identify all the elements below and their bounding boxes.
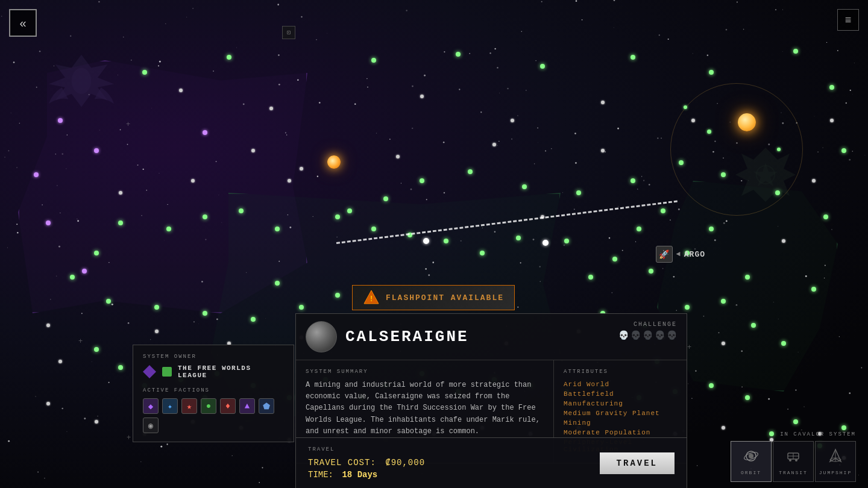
attribute-population[interactable]: Moderate Population — [564, 428, 677, 437]
jumpship-button[interactable]: JUMPSHIP — [815, 441, 856, 482]
travel-route-line — [336, 201, 678, 244]
travel-label: TRAVEL — [308, 446, 425, 452]
system-owner-label: SYSTEM OWNER — [143, 354, 284, 360]
svg-point-1 — [756, 166, 775, 184]
attribute-gravity[interactable]: Medium Gravity Planet — [564, 408, 677, 418]
challenge-section: CHALLENGE 💀 💀 💀 💀 💀 — [618, 321, 677, 340]
faction-icon-8: ◉ — [143, 418, 159, 433]
active-factions-label: ACTIVE FACTIONS — [143, 387, 284, 393]
bottom-navigation: IN CAVALOR SYSTEM ORBIT — [731, 431, 856, 482]
system-owner-panel: SYSTEM OWNER THE FREE WORLDS LEAGUE ACTI… — [133, 345, 294, 442]
svg-point-0 — [72, 68, 92, 94]
skull-1: 💀 — [618, 330, 629, 340]
transit-label: TRANSIT — [779, 470, 808, 475]
attribute-battlefield[interactable]: Battlefield — [564, 389, 677, 399]
jumpship-label: JUMPSHIP — [819, 470, 852, 475]
travel-cost: TRAVEL COST: ₡90,000 — [308, 457, 425, 468]
orbit-button[interactable]: ORBIT — [731, 441, 772, 482]
attribute-mining[interactable]: Mining — [564, 418, 677, 428]
flashpoint-icon: ! — [363, 289, 380, 306]
back-button[interactable]: « — [9, 9, 37, 37]
system-name: CALSERAIGNE — [345, 328, 469, 346]
svg-point-6 — [749, 454, 753, 458]
travel-button[interactable]: TRAVEL — [600, 452, 675, 474]
faction-icon-2: ✦ — [162, 398, 178, 414]
travel-panel: TRAVEL TRAVEL COST: ₡90,000 TIME: 18 Day… — [295, 437, 687, 488]
faction-icon-5: ♦ — [220, 398, 236, 414]
attributes-label: ATTRIBUTES — [564, 369, 677, 375]
travel-info: TRAVEL TRAVEL COST: ₡90,000 TIME: 18 Day… — [308, 446, 425, 480]
waypoint-2 — [542, 240, 549, 246]
star-range-circle — [670, 83, 803, 216]
planet-icon — [306, 321, 337, 352]
faction-icon-7: ⬟ — [259, 398, 274, 414]
owner-row: THE FREE WORLDS LEAGUE — [143, 364, 284, 379]
system-header: CALSERAIGNE CHALLENGE 💀 💀 💀 💀 💀 — [296, 314, 687, 360]
transit-icon — [785, 448, 801, 468]
flashpoint-banner[interactable]: ! FLASHPOINT AVAILABLE — [352, 285, 515, 310]
summary-label: SYSTEM SUMMARY — [306, 369, 544, 375]
jumpship-icon — [828, 448, 843, 468]
faction-icon-3: ★ — [181, 398, 197, 414]
nav-buttons: ORBIT TRANSIT JU — [731, 441, 856, 482]
challenge-label: CHALLENGE — [618, 321, 677, 328]
faction-badge-purple — [143, 365, 156, 378]
travel-cost-value: ₡90,000 — [385, 458, 425, 468]
skull-4: 💀 — [655, 330, 665, 340]
skull-5: 💀 — [667, 330, 677, 340]
faction-icon-4: ● — [201, 398, 216, 414]
transit-button[interactable]: TRANSIT — [773, 441, 814, 482]
travel-time: TIME: 18 Days — [308, 470, 425, 480]
orbit-label: ORBIT — [741, 470, 761, 475]
travel-cost-label: TRAVEL COST: — [308, 458, 376, 468]
argo-arrow: ◄ — [676, 250, 681, 258]
svg-point-9 — [789, 459, 791, 461]
summary-text: A mining and industrial world of more st… — [306, 380, 544, 437]
faction-icon-1: ◆ — [143, 398, 159, 414]
faction-icons-row: ◆ ✦ ★ ● ♦ ▲ ⬟ ◉ — [143, 398, 284, 433]
svg-text:!: ! — [369, 295, 373, 304]
argo-label: ARGO — [684, 250, 705, 259]
faction-territory-purple — [18, 60, 307, 313]
attribute-manufacturing[interactable]: Manufacturing — [564, 399, 677, 408]
travel-time-label: TIME: — [308, 470, 333, 480]
distant-star-orange — [738, 113, 756, 131]
skull-3: 💀 — [643, 330, 653, 340]
menu-button[interactable]: ≡ — [837, 9, 859, 31]
faction-watermark-eagle — [42, 48, 121, 127]
owner-name: THE FREE WORLDS LEAGUE — [178, 364, 284, 379]
flashpoint-text: FLASHPOINT AVAILABLE — [386, 293, 504, 302]
argo-ship-icon: 🚀 — [656, 246, 673, 263]
attribute-arid[interactable]: Arid World — [564, 380, 677, 389]
faction-icon-6: ▲ — [239, 398, 255, 414]
faction-badge-green-small — [162, 367, 172, 377]
panel-expand-button[interactable]: ⊡ — [282, 26, 295, 39]
faction-watermark-tri — [735, 145, 796, 217]
waypoint-1 — [423, 238, 429, 244]
in-system-label: IN CAVALOR SYSTEM — [731, 431, 856, 437]
orbit-icon — [743, 448, 759, 468]
argo-marker: 🚀 ◄ ARGO — [656, 246, 705, 263]
challenge-skulls: 💀 💀 💀 💀 💀 — [618, 330, 677, 340]
selected-star — [327, 155, 341, 169]
skull-2: 💀 — [631, 330, 641, 340]
travel-time-value: 18 Days — [342, 470, 377, 480]
svg-point-10 — [795, 459, 797, 461]
